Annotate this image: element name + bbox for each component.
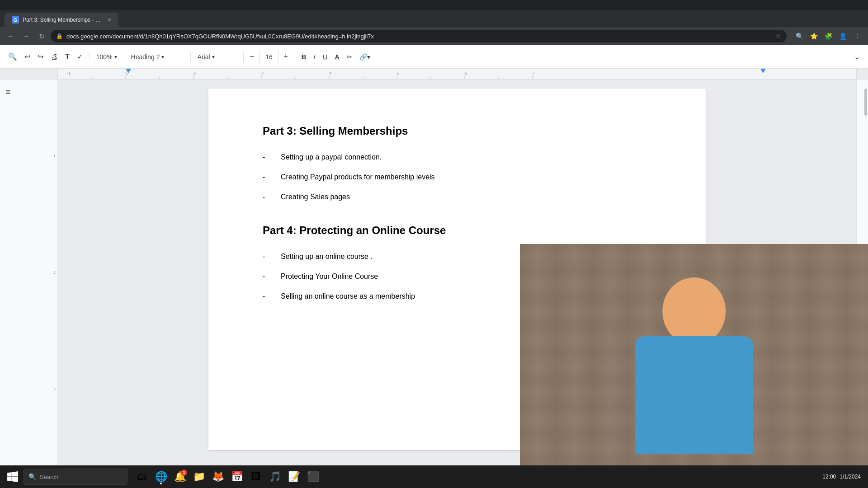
taskbar-app-notes[interactable]: 📝 bbox=[285, 468, 303, 486]
italic-button[interactable]: I bbox=[311, 50, 318, 64]
ruler-area: -1 1 2 3 4 5 6 7 bbox=[0, 69, 868, 80]
divider-5 bbox=[295, 52, 295, 62]
increase-font-icon: + bbox=[283, 52, 288, 61]
zoom-label: 100% bbox=[96, 53, 113, 61]
paint-format-icon: T bbox=[65, 53, 70, 61]
ruler-right-margin bbox=[856, 69, 868, 79]
list-item: - Creating Sales pages bbox=[263, 192, 651, 202]
taskbar-app-terminal[interactable]: ⬛ bbox=[304, 468, 322, 486]
increase-font-button[interactable]: + bbox=[281, 50, 291, 64]
taskbar-date: 1/1/2024 bbox=[840, 474, 861, 480]
taskbar-app-firefox[interactable]: 🦊 bbox=[209, 468, 227, 486]
svg-text:-1: -1 bbox=[67, 71, 71, 75]
profile-button[interactable]: 👤 bbox=[836, 30, 849, 42]
notification-badge: 1 bbox=[181, 469, 187, 476]
ruler-main: -1 1 2 3 4 5 6 7 bbox=[58, 69, 856, 79]
bullet-1: - bbox=[263, 152, 270, 163]
font-chevron-icon: ▾ bbox=[212, 54, 215, 60]
chrome-icon: 🌐 bbox=[155, 471, 167, 483]
part4-heading: Part 4: Protecting an Online Course bbox=[263, 224, 651, 237]
underline-icon: U bbox=[323, 53, 328, 61]
svg-text:1: 1 bbox=[126, 71, 128, 75]
bold-icon: B bbox=[302, 53, 307, 61]
active-dot bbox=[160, 483, 162, 484]
search-button[interactable]: 🔍 bbox=[5, 50, 20, 64]
refresh-button[interactable]: ↻ bbox=[35, 30, 48, 42]
taskbar-search-icon: 🔍 bbox=[28, 473, 36, 480]
text-color-button[interactable]: A bbox=[332, 50, 342, 64]
explorer-icon: 🗂 bbox=[136, 471, 148, 483]
tab-title: Part 3: Selling Memberships - Google Doc… bbox=[23, 17, 104, 23]
browser-tabs-row: G Part 3: Selling Memberships - Google D… bbox=[0, 10, 868, 27]
style-select[interactable]: Heading 2 ▾ bbox=[128, 50, 187, 64]
undo-button[interactable]: ↩ bbox=[22, 50, 33, 64]
paint-format-button[interactable]: T bbox=[62, 50, 72, 64]
divider-3 bbox=[190, 52, 191, 62]
list-item-text-4: Setting up an online course . bbox=[281, 251, 373, 262]
taskbar-app-notification[interactable]: 🔔 1 bbox=[171, 468, 189, 486]
link-button[interactable]: 🔗 ▾ bbox=[357, 50, 373, 64]
font-size-box[interactable]: 16 bbox=[259, 50, 279, 64]
start-button[interactable] bbox=[4, 468, 22, 486]
tab-close-button[interactable]: × bbox=[108, 16, 111, 23]
taskbar-app-calendar[interactable]: 📅 bbox=[228, 468, 246, 486]
extensions-button[interactable]: 🧩 bbox=[822, 30, 835, 42]
taskbar-search[interactable]: 🔍 Search bbox=[24, 469, 127, 485]
video-content bbox=[520, 244, 868, 465]
text-color-icon: A bbox=[335, 53, 339, 61]
underline-button[interactable]: U bbox=[320, 50, 330, 64]
address-bar[interactable]: 🔒 docs.google.com/document/d/1n8Qh01qYRs… bbox=[51, 30, 787, 42]
svg-text:5: 5 bbox=[397, 71, 399, 75]
folder-icon: 📁 bbox=[193, 471, 205, 483]
person-head bbox=[662, 277, 726, 345]
list-item-text-2: Creating Paypal products for membership … bbox=[281, 172, 435, 183]
star-icon[interactable]: ☆ bbox=[775, 33, 781, 40]
highlight-button[interactable]: ✏ bbox=[344, 50, 355, 64]
bullet-3: - bbox=[263, 192, 270, 202]
decrease-font-button[interactable]: − bbox=[247, 50, 258, 64]
bullet-5: - bbox=[263, 271, 270, 282]
bullet-2: - bbox=[263, 172, 270, 183]
bold-button[interactable]: B bbox=[299, 50, 309, 64]
outline-icon[interactable]: ≡ bbox=[5, 87, 11, 97]
bullet-6: - bbox=[263, 291, 270, 302]
taskbar-app-explorer[interactable]: 🗂 bbox=[133, 468, 151, 486]
list-item-text-3: Creating Sales pages bbox=[281, 192, 350, 202]
svg-text:7: 7 bbox=[533, 71, 535, 75]
ruler-svg: -1 1 2 3 4 5 6 7 bbox=[58, 69, 856, 79]
spell-check-button[interactable]: ✓ bbox=[74, 50, 85, 64]
forward-button[interactable]: → bbox=[20, 30, 33, 42]
divider-4 bbox=[243, 52, 244, 62]
more-button[interactable]: ⌄ bbox=[851, 50, 863, 64]
zoom-button[interactable]: 🔍 bbox=[793, 30, 806, 42]
browser-tab[interactable]: G Part 3: Selling Memberships - Google D… bbox=[5, 13, 118, 27]
print-button[interactable]: 🖨 bbox=[48, 50, 61, 64]
font-select[interactable]: Arial ▾ bbox=[194, 50, 240, 64]
taskbar-app-folder[interactable]: 📁 bbox=[190, 468, 208, 486]
zoom-chevron-icon: ▾ bbox=[114, 54, 117, 60]
taskbar-app-photos[interactable]: 🖼 bbox=[247, 468, 265, 486]
video-overlay bbox=[520, 244, 868, 465]
v-ruler-2: 2 bbox=[53, 270, 56, 275]
zoom-select[interactable]: 100% ▾ bbox=[93, 50, 120, 64]
media-icon: 🎵 bbox=[269, 471, 281, 483]
calendar-icon: 📅 bbox=[231, 471, 243, 483]
style-chevron-icon: ▾ bbox=[161, 54, 164, 60]
link-chevron-icon: ▾ bbox=[367, 53, 370, 61]
taskbar-app-chrome[interactable]: 🌐 bbox=[152, 468, 170, 486]
bookmark-button[interactable]: ⭐ bbox=[807, 30, 820, 42]
divider-1 bbox=[89, 52, 90, 62]
redo-button[interactable]: ↪ bbox=[35, 50, 46, 64]
tab-favicon: G bbox=[12, 16, 19, 23]
more-icon: ⌄ bbox=[854, 52, 860, 61]
taskbar-app-media[interactable]: 🎵 bbox=[266, 468, 284, 486]
photos-icon: 🖼 bbox=[251, 471, 261, 483]
italic-icon: I bbox=[313, 53, 315, 61]
scroll-thumb[interactable] bbox=[864, 89, 867, 116]
sidebar-left: ≡ 1 2 3 bbox=[0, 80, 58, 465]
taskbar-search-text: Search bbox=[40, 474, 58, 480]
link-icon: 🔗 bbox=[359, 53, 367, 61]
back-button[interactable]: ← bbox=[5, 30, 17, 42]
menu-button[interactable]: ⋮ bbox=[851, 30, 863, 42]
person-body bbox=[635, 336, 753, 454]
